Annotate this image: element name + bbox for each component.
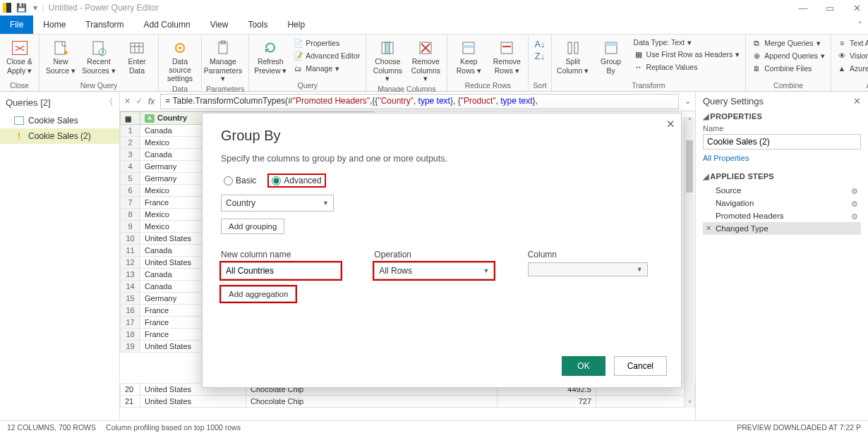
dialog-close-icon[interactable]: ✕ [666,118,675,130]
new-source-button[interactable]: ★ NewSource ▾ [44,36,78,75]
tab-transform[interactable]: Transform [76,16,133,34]
queries-header: Queries [2] [6,97,51,108]
step-settings-icon[interactable]: ⚙ [851,187,858,196]
minimize-button[interactable]: — [795,3,812,13]
azure-ml-icon: ▲ [837,63,847,73]
query-name-input[interactable] [703,134,861,150]
append-icon: ⊕ [752,51,761,61]
scroll-up-icon[interactable]: ˄ [685,117,694,125]
ribbon-collapse-icon[interactable]: ˄ [852,16,868,34]
query-item[interactable]: Cookie Sales [0,113,119,128]
fx-icon[interactable]: fx [148,97,155,106]
step-settings-icon[interactable]: ⚙ [851,200,858,209]
ok-button[interactable]: OK [562,356,605,376]
operation-select[interactable]: All Rows▼ [374,262,494,279]
close-apply-button[interactable]: Close & Apply ▾ [4,36,35,75]
group-by-button[interactable]: GroupBy [594,36,628,75]
scroll-down-icon[interactable]: ˅ [685,400,694,408]
table-row[interactable]: 21 United States Chocolate Chip 727 5 [121,396,695,408]
new-column-label: New column name [221,250,356,260]
chevron-down-icon: ▼ [323,200,329,207]
merge-queries-button[interactable]: ⧉Merge Queries ▾ [750,37,826,49]
data-source-settings-button[interactable]: Data sourcesettings [163,36,197,83]
choose-columns-button[interactable]: ChooseColumns ▾ [370,36,404,83]
group-label-sort: Sort [533,80,546,91]
collapse-queries-icon[interactable]: 〈 [104,96,114,109]
tab-add-column[interactable]: Add Column [134,16,200,34]
vertical-scrollbar[interactable]: ˄ ˅ [684,117,694,408]
applied-step[interactable]: Promoted Headers⚙ [703,209,861,222]
replace-icon: ↔ [634,62,644,72]
advanced-radio[interactable]: Advanced [269,175,324,186]
query-item[interactable]: ! Cookie Sales (2) [0,128,119,144]
all-properties-link[interactable]: All Properties [703,154,749,162]
group-label-ai: AI Insights [836,80,868,91]
close-settings-icon[interactable]: ✕ [853,96,861,106]
maximize-button[interactable]: ▭ [821,3,838,13]
properties-section-title: PROPERTIES [710,112,762,121]
keep-rows-button[interactable]: KeepRows ▾ [452,36,486,75]
text-analytics-button[interactable]: ≡Text Analytics [836,37,868,49]
window-title: Untitled - Power Query Editor [49,3,159,13]
svg-rect-21 [568,42,572,54]
step-settings-icon[interactable]: ⚙ [851,212,858,221]
advanced-editor-button[interactable]: 📝Advanced Editor [291,50,361,61]
split-column-button[interactable]: SplitColumn ▾ [556,36,590,75]
column-label: Column [528,250,663,260]
accept-formula-icon[interactable]: ✓ [136,97,143,106]
save-icon[interactable]: 💾 [14,3,28,13]
new-column-name-input[interactable] [221,262,341,279]
close-window-button[interactable]: ✕ [848,3,865,13]
group-label-combine: Combine [750,80,826,91]
tab-view[interactable]: View [200,16,239,34]
tab-tools[interactable]: Tools [238,16,277,34]
cancel-formula-icon[interactable]: ✕ [124,97,131,106]
column-select[interactable]: ▼ [528,262,648,276]
add-grouping-button[interactable]: Add grouping [221,219,284,234]
svg-rect-4 [131,43,143,53]
sort-asc-icon[interactable]: A↓ [534,39,545,49]
manage-parameters-button[interactable]: ManageParameters ▾ [206,36,240,83]
group-column-select[interactable]: Country▼ [221,195,334,212]
manage-query-button[interactable]: 🗂Manage ▾ [291,63,361,74]
tab-help[interactable]: Help [277,16,315,34]
cancel-button[interactable]: Cancel [614,356,667,376]
parameters-icon [212,39,234,57]
file-tab[interactable]: File [0,16,33,34]
azure-ml-button[interactable]: ▲Azure Machine Learning [836,63,868,74]
recent-sources-button[interactable]: RecentSources ▾ [82,36,116,75]
sort-desc-icon[interactable]: Z↓ [535,51,545,61]
split-column-icon [562,39,584,57]
remove-rows-button[interactable]: RemoveRows ▾ [490,36,524,75]
formula-input[interactable]: = Table.TransformColumnTypes(#"Promoted … [160,94,679,109]
operation-label: Operation [374,250,509,260]
applied-step[interactable]: Source⚙ [703,184,861,197]
remove-columns-button[interactable]: RemoveColumns ▾ [409,36,442,83]
scroll-thumb[interactable] [686,140,693,193]
choose-columns-icon [377,39,398,57]
replace-values-button[interactable]: ↔Replace Values [632,61,742,73]
name-label: Name [703,124,861,133]
svg-text:★: ★ [63,49,69,56]
formula-expand-icon[interactable]: ⌄ [685,97,691,106]
combine-files-button[interactable]: 🗎Combine Files [750,63,826,74]
refresh-preview-button[interactable]: RefreshPreview ▾ [253,36,287,75]
first-row-headers-button[interactable]: ▦Use First Row as Headers ▾ [632,49,742,60]
properties-button[interactable]: 📄Properties [291,37,361,49]
enter-data-button[interactable]: EnterData [120,36,154,75]
qat-dropdown-icon[interactable]: ▾ [28,3,42,13]
vision-button[interactable]: 👁Vision [836,50,868,61]
add-aggregation-button[interactable]: Add aggregation [221,286,296,302]
applied-step[interactable]: Changed Type [703,222,861,235]
status-columns-rows: 12 COLUMNS, 700 ROWS [7,423,96,432]
append-queries-button[interactable]: ⊕Append Queries ▾ [750,50,826,61]
applied-steps-title: APPLIED STEPS [710,172,774,181]
applied-step[interactable]: Navigation⚙ [703,197,861,209]
svg-rect-13 [385,42,390,54]
tab-home[interactable]: Home [33,16,76,34]
basic-radio[interactable]: Basic [221,175,259,186]
keep-rows-icon [458,39,479,57]
corner-cell[interactable]: ▦ [121,112,140,125]
data-type-button[interactable]: Data Type: Text ▾ [632,37,742,47]
svg-rect-18 [463,45,474,48]
